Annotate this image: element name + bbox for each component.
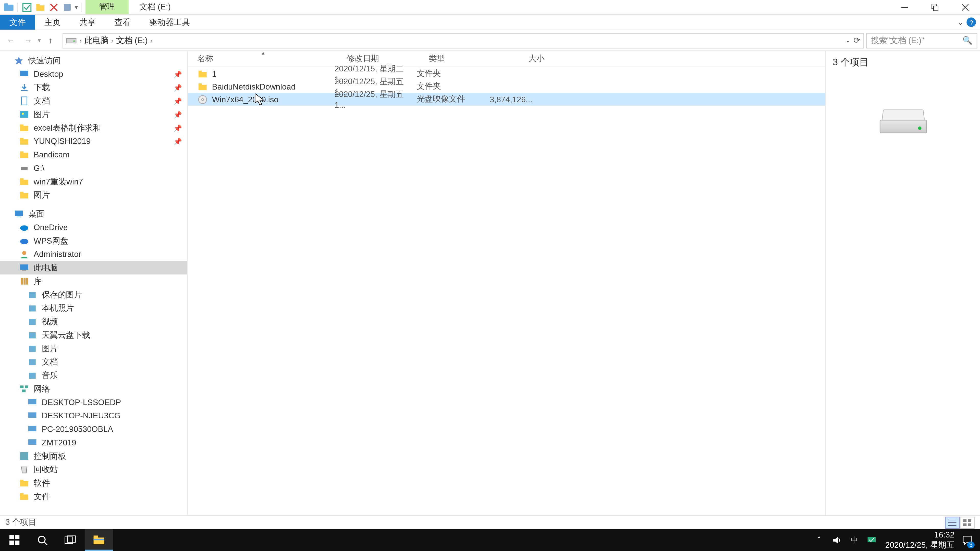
ime-indicator[interactable]: 中 bbox=[849, 534, 859, 545]
close-button[interactable] bbox=[950, 0, 980, 14]
tree-quick-item[interactable]: YUNQISHI2019📌 bbox=[0, 135, 187, 148]
library-icon bbox=[27, 330, 38, 340]
action-center-button[interactable]: 3 bbox=[959, 529, 976, 551]
column-header-date[interactable]: 修改日期 bbox=[347, 53, 429, 65]
file-row[interactable]: BaiduNetdiskDownload2020/12/25, 星期五 1...… bbox=[188, 80, 825, 93]
svg-rect-50 bbox=[28, 426, 37, 431]
tree-library-item[interactable]: 天翼云盘下载 bbox=[0, 328, 187, 342]
tree-desktop-root[interactable]: 桌面 bbox=[0, 207, 187, 221]
file-row[interactable]: Win7x64_2020.iso2020/12/25, 星期五 1...光盘映像… bbox=[188, 93, 825, 106]
file-row[interactable]: 12020/12/15, 星期二 1...文件夹 bbox=[188, 67, 825, 80]
tree-recycle-bin[interactable]: 回收站 bbox=[0, 463, 187, 476]
tree-desktop-item[interactable]: WPS网盘 bbox=[0, 234, 187, 248]
ribbon-tab-share[interactable]: 共享 bbox=[70, 15, 105, 30]
tree-network[interactable]: 网络 bbox=[0, 382, 187, 395]
taskbar-app-explorer[interactable] bbox=[85, 529, 113, 551]
address-bar[interactable]: › 此电脑 › 文档 (E:) › ⌄ ⟳ bbox=[62, 33, 863, 48]
refresh-icon[interactable]: ⟳ bbox=[853, 36, 860, 45]
nav-up-button[interactable]: ↑ bbox=[42, 32, 59, 48]
chevron-right-icon[interactable]: › bbox=[111, 37, 114, 44]
nav-back-button[interactable]: ← bbox=[3, 32, 19, 48]
clock-time: 16:32 bbox=[885, 530, 955, 540]
tree-quick-item[interactable]: excel表格制作求和📌 bbox=[0, 121, 187, 135]
svg-rect-29 bbox=[17, 217, 21, 218]
show-desktop-button[interactable] bbox=[976, 529, 980, 551]
start-button[interactable] bbox=[0, 529, 28, 551]
navigation-pane[interactable]: 快速访问 Desktop📌下载📌文档📌图片📌excel表格制作求和📌YUNQIS… bbox=[0, 51, 188, 515]
nav-history-dropdown-icon[interactable]: ▾ bbox=[38, 37, 41, 44]
tree-desktop-item[interactable]: 库 bbox=[0, 275, 187, 288]
search-input[interactable]: 搜索"文档 (E:)" 🔍 bbox=[866, 33, 977, 48]
tree-quick-access[interactable]: 快速访问 bbox=[0, 54, 187, 67]
window-title: 文档 (E:) bbox=[129, 0, 181, 14]
tree-library-item[interactable]: 保存的图片 bbox=[0, 288, 187, 302]
ribbon-contextual-tab[interactable]: 管理 bbox=[86, 0, 129, 14]
tree-network-item[interactable]: ZMT2019 bbox=[0, 436, 187, 449]
status-bar: 3 个项目 bbox=[0, 515, 980, 529]
task-view-button[interactable] bbox=[57, 529, 85, 551]
tree-desktop-item[interactable]: OneDrive bbox=[0, 221, 187, 234]
tree-network-item[interactable]: DESKTOP-NJEU3CG bbox=[0, 409, 187, 423]
tree-library-item[interactable]: 本机照片 bbox=[0, 302, 187, 315]
minimize-button[interactable] bbox=[889, 0, 920, 14]
ribbon-tab-view[interactable]: 查看 bbox=[105, 15, 140, 30]
tree-desktop-item[interactable]: Administrator bbox=[0, 248, 187, 261]
search-icon[interactable]: 🔍 bbox=[963, 36, 973, 45]
column-header-name[interactable]: 名称 bbox=[197, 53, 347, 65]
app-icon[interactable] bbox=[3, 1, 15, 13]
view-details-button[interactable] bbox=[945, 516, 960, 528]
taskbar-clock[interactable]: 16:32 2020/12/25, 星期五 bbox=[881, 529, 959, 551]
maximize-button[interactable] bbox=[920, 0, 950, 14]
svg-line-75 bbox=[45, 542, 47, 545]
address-dropdown-icon[interactable]: ⌄ bbox=[845, 37, 851, 44]
ribbon-expand-icon[interactable]: ⌄ bbox=[957, 17, 964, 27]
tree-quick-item[interactable]: 图片 bbox=[0, 188, 187, 202]
tree-quick-item[interactable]: 文档📌 bbox=[0, 94, 187, 108]
chevron-right-icon[interactable]: › bbox=[80, 37, 82, 44]
svg-rect-55 bbox=[20, 494, 28, 500]
search-button[interactable] bbox=[28, 529, 57, 551]
view-large-icons-button[interactable] bbox=[960, 516, 975, 528]
chevron-right-icon[interactable]: › bbox=[150, 37, 153, 44]
tree-quick-item[interactable]: Bandicam bbox=[0, 148, 187, 162]
tree-library-item[interactable]: 视频 bbox=[0, 315, 187, 328]
ribbon-tab-drive-tools[interactable]: 驱动器工具 bbox=[140, 15, 199, 30]
tree-network-item[interactable]: PC-20190530OBLA bbox=[0, 422, 187, 436]
qat-properties-icon[interactable] bbox=[21, 1, 33, 13]
tray-app-icon[interactable] bbox=[866, 534, 877, 545]
svg-rect-73 bbox=[15, 540, 19, 545]
svg-rect-40 bbox=[29, 319, 35, 325]
tree-desktop-item[interactable]: 此电脑 bbox=[0, 261, 187, 275]
qat-customize-icon[interactable] bbox=[61, 1, 73, 13]
tree-quick-item[interactable]: Desktop📌 bbox=[0, 67, 187, 81]
tree-library-item[interactable]: 图片 bbox=[0, 342, 187, 355]
breadcrumb-current[interactable]: 文档 (E:) bbox=[116, 35, 148, 46]
tree-control-panel[interactable]: 控制面板 bbox=[0, 449, 187, 463]
qat-dropdown-icon[interactable]: ▾ bbox=[75, 4, 78, 11]
nav-forward-button[interactable]: → bbox=[20, 32, 36, 48]
ribbon-tab-home[interactable]: 主页 bbox=[35, 15, 70, 30]
tree-quick-item[interactable]: 下载📌 bbox=[0, 81, 187, 94]
tree-software[interactable]: 软件 bbox=[0, 476, 187, 490]
tree-network-item[interactable]: DESKTOP-LSSOEDP bbox=[0, 395, 187, 409]
qat-delete-icon[interactable] bbox=[48, 1, 60, 13]
tree-library-item[interactable]: 音乐 bbox=[0, 368, 187, 382]
tree-quick-item[interactable]: 图片📌 bbox=[0, 108, 187, 121]
tree-quick-item[interactable]: G:\ bbox=[0, 162, 187, 175]
pin-icon: 📌 bbox=[173, 124, 182, 132]
library-icon bbox=[27, 316, 38, 327]
svg-rect-59 bbox=[199, 84, 207, 90]
tree-library-item[interactable]: 文档 bbox=[0, 355, 187, 369]
volume-icon[interactable] bbox=[832, 534, 842, 545]
ribbon-tab-file[interactable]: 文件 bbox=[0, 15, 35, 30]
breadcrumb-this-pc[interactable]: 此电脑 bbox=[84, 35, 109, 46]
clock-date: 2020/12/25, 星期五 bbox=[885, 540, 955, 549]
tree-files[interactable]: 文件 bbox=[0, 490, 187, 503]
tray-overflow-icon[interactable]: ˄ bbox=[814, 534, 824, 545]
qat-new-folder-icon[interactable] bbox=[35, 1, 46, 13]
column-header-type[interactable]: 类型 bbox=[429, 53, 497, 65]
column-header-size[interactable]: 大小 bbox=[497, 53, 545, 65]
tree-label: 本机照片 bbox=[42, 302, 74, 314]
tree-quick-item[interactable]: win7重装win7 bbox=[0, 175, 187, 189]
help-icon[interactable]: ? bbox=[966, 17, 976, 27]
